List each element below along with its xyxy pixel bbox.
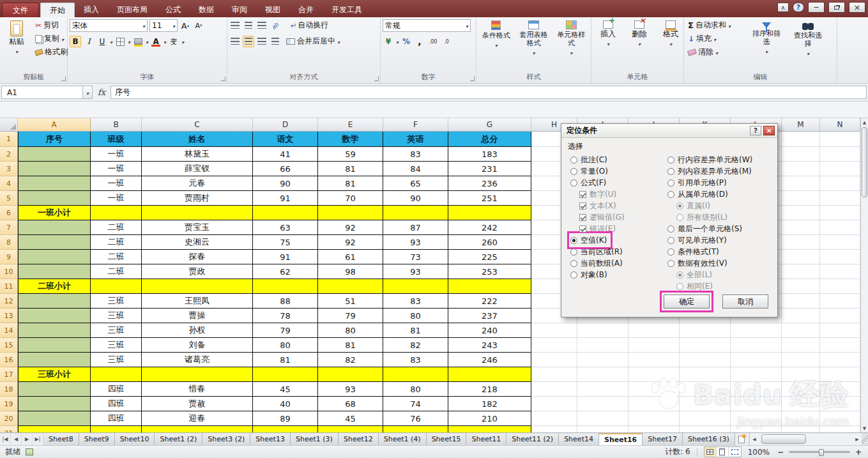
minimize-button[interactable] <box>808 2 825 13</box>
radio-left-8[interactable] <box>570 248 577 256</box>
sheet-tab-Sheet14[interactable]: Sheet14 <box>559 433 599 445</box>
cell-A16[interactable] <box>18 353 91 367</box>
cell-C17[interactable] <box>142 367 253 382</box>
cell-N16[interactable] <box>820 353 860 367</box>
checkbox-left-3[interactable] <box>579 191 586 198</box>
restore-button[interactable] <box>828 2 845 13</box>
radio-right-10[interactable] <box>676 271 683 279</box>
cell-N4[interactable] <box>820 176 860 191</box>
radio-left-2[interactable] <box>570 179 577 187</box>
cell-G17[interactable] <box>448 367 531 382</box>
cell-A1[interactable]: 序号 <box>18 132 91 147</box>
cell-A6[interactable]: 一班小计 <box>18 206 91 220</box>
column-header-M[interactable]: M <box>782 118 820 132</box>
cell-E18[interactable]: 93 <box>318 382 383 397</box>
cell-J19[interactable] <box>628 397 680 411</box>
format-as-table-button[interactable]: 套用表格格式 <box>516 19 552 59</box>
sheet-tab-Sheet15[interactable]: Sheet15 <box>427 433 467 445</box>
cell-K21[interactable] <box>680 426 731 432</box>
cell-I17[interactable] <box>577 367 628 382</box>
cell-N10[interactable] <box>820 264 860 279</box>
last-sheet-button[interactable]: ▶| <box>33 433 43 445</box>
cell-L20[interactable] <box>731 411 782 426</box>
cell-B14[interactable]: 三班 <box>91 323 142 338</box>
cell-B18[interactable]: 四班 <box>91 382 142 397</box>
cell-G9[interactable]: 225 <box>448 250 531 264</box>
cell-F4[interactable]: 65 <box>383 176 448 191</box>
currency-button[interactable] <box>383 36 394 47</box>
align-top-button[interactable] <box>229 20 241 31</box>
row-header-1[interactable]: 1 <box>0 132 18 147</box>
cell-C19[interactable]: 贾赦 <box>142 397 253 411</box>
cell-E19[interactable]: 68 <box>318 397 383 411</box>
cell-A8[interactable] <box>18 235 91 250</box>
next-sheet-button[interactable]: ▶ <box>22 433 33 445</box>
ribbon-tab-8[interactable]: 合并 <box>289 3 323 17</box>
cell-C8[interactable]: 史湘云 <box>142 235 253 250</box>
cell-B13[interactable]: 三班 <box>91 309 142 323</box>
insert-sheet-button[interactable] <box>735 433 749 445</box>
cell-B6[interactable] <box>91 206 142 220</box>
cut-button[interactable]: 剪切 <box>33 19 70 31</box>
cell-G18[interactable]: 218 <box>448 382 531 397</box>
zoom-slider[interactable] <box>789 451 850 453</box>
radio-right-5[interactable] <box>676 214 683 221</box>
cell-D20[interactable]: 89 <box>253 411 318 426</box>
cell-M15[interactable] <box>782 338 820 353</box>
column-header-E[interactable]: E <box>318 118 383 132</box>
cell-C11[interactable] <box>142 279 253 294</box>
cell-B3[interactable]: 一班 <box>91 162 142 176</box>
row-header-12[interactable]: 12 <box>0 294 18 309</box>
cell-F20[interactable]: 76 <box>383 411 448 426</box>
autosum-button[interactable]: 自动求和 <box>686 19 745 31</box>
column-header-F[interactable]: F <box>383 118 448 132</box>
cell-A12[interactable] <box>18 294 91 309</box>
ribbon-tab-9[interactable]: 开发工具 <box>323 3 371 17</box>
cell-E4[interactable]: 81 <box>318 176 383 191</box>
checkbox-left-4[interactable] <box>579 202 586 210</box>
cell-A2[interactable] <box>18 147 91 162</box>
radio-right-7[interactable] <box>667 237 674 244</box>
first-sheet-button[interactable]: |◀ <box>0 433 11 445</box>
cell-B20[interactable]: 四班 <box>91 411 142 426</box>
sheet-tab-Sheet1-2-[interactable]: Sheet1 (2) <box>155 433 202 445</box>
cell-I16[interactable] <box>577 353 628 367</box>
cell-J16[interactable] <box>628 353 680 367</box>
cell-G4[interactable]: 236 <box>448 176 531 191</box>
cell-M21[interactable] <box>782 426 820 432</box>
font-size-select[interactable]: 11 <box>149 19 178 32</box>
radio-right-8[interactable] <box>667 248 674 256</box>
cell-A18[interactable] <box>18 382 91 397</box>
phonetic-button[interactable] <box>168 36 179 47</box>
cell-L18[interactable] <box>731 382 782 397</box>
cell-D2[interactable]: 41 <box>253 147 318 162</box>
insert-cells-button[interactable]: 插入 <box>593 19 623 50</box>
cell-M20[interactable] <box>782 411 820 426</box>
cell-L14[interactable] <box>731 323 782 338</box>
insert-function-icon[interactable] <box>93 88 110 97</box>
column-header-A[interactable]: A <box>18 118 91 132</box>
fill-button[interactable]: 填充 <box>686 33 745 45</box>
cell-E16[interactable]: 82 <box>318 353 383 367</box>
cell-E7[interactable]: 92 <box>318 220 383 235</box>
sheet-tab-Sheet13[interactable]: Sheet13 <box>250 433 291 445</box>
delete-cells-button[interactable]: 删除 <box>625 19 654 50</box>
cell-D3[interactable]: 66 <box>253 162 318 176</box>
cell-A4[interactable] <box>18 176 91 191</box>
cell-L15[interactable] <box>731 338 782 353</box>
row-header-14[interactable]: 14 <box>0 323 18 338</box>
cell-C21[interactable] <box>142 426 253 432</box>
cell-I19[interactable] <box>577 397 628 411</box>
zoom-out-button[interactable]: − <box>776 448 785 457</box>
cell-A9[interactable] <box>18 250 91 264</box>
decrease-font-button[interactable] <box>193 20 204 31</box>
cell-A3[interactable] <box>18 162 91 176</box>
cell-H14[interactable] <box>531 323 577 338</box>
horizontal-scroll-thumb[interactable] <box>761 434 806 444</box>
cell-C5[interactable]: 贾雨村 <box>142 191 253 206</box>
name-box[interactable]: A1 <box>1 86 83 99</box>
name-box-dropdown[interactable] <box>83 86 93 99</box>
italic-button[interactable] <box>83 36 95 47</box>
cell-M13[interactable] <box>782 309 820 323</box>
cell-H19[interactable] <box>531 397 577 411</box>
